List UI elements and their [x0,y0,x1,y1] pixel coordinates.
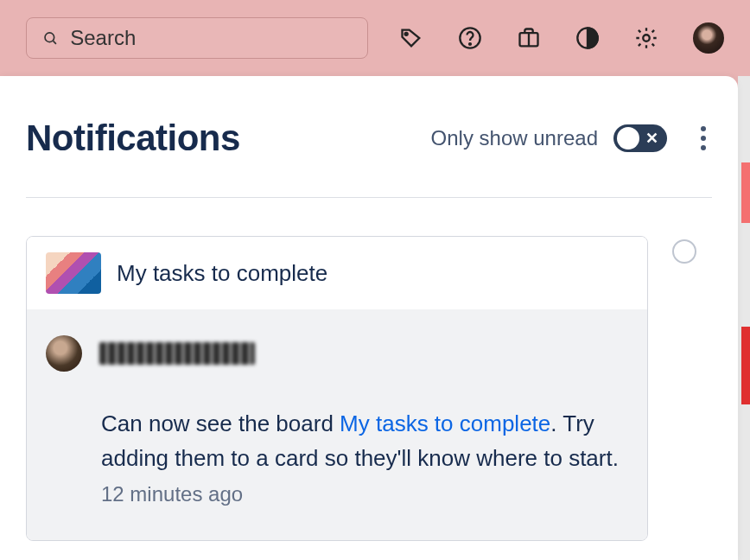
actor-avatar [46,335,82,372]
svg-point-4 [469,43,471,45]
notification-text: Can now see the board My tasks to comple… [46,406,628,511]
search-box[interactable] [26,17,368,59]
unread-filter-label: Only show unread [431,126,598,150]
notification-card[interactable]: My tasks to complete Can now see the boa… [26,236,648,541]
panel-header: Notifications Only show unread ✕ [26,76,712,197]
toggle-x-icon: ✕ [645,129,658,148]
search-input[interactable] [70,26,352,50]
help-icon[interactable] [458,26,482,50]
actor-name [99,342,255,365]
topbar-icons [399,22,724,54]
toggle-knob [617,127,639,150]
panel-title: Notifications [26,118,240,159]
background-board-strip [738,76,750,560]
contrast-icon[interactable] [575,26,600,50]
briefcase-icon[interactable] [517,26,541,50]
settings-icon[interactable] [634,26,658,50]
svg-point-8 [643,35,649,41]
board-thumbnail [46,252,101,294]
notification-card-header: My tasks to complete [27,237,647,309]
svg-line-1 [54,41,56,43]
more-menu-button[interactable] [695,124,712,152]
user-avatar[interactable] [693,22,724,54]
board-link[interactable]: My tasks to complete [340,410,550,436]
search-icon [42,29,58,47]
timestamp: 12 minutes ago [101,482,243,506]
mark-read-button[interactable] [672,239,696,264]
notif-prefix: Can now see the board [101,410,340,436]
unread-toggle[interactable]: ✕ [613,124,667,152]
svg-point-2 [405,33,408,35]
tag-icon[interactable] [399,26,423,50]
board-title: My tasks to complete [117,260,327,287]
notification-card-body: Can now see the board My tasks to comple… [27,309,647,540]
notifications-panel: Notifications Only show unread ✕ My task… [0,76,738,560]
svg-point-0 [45,33,54,42]
top-bar [0,0,750,76]
